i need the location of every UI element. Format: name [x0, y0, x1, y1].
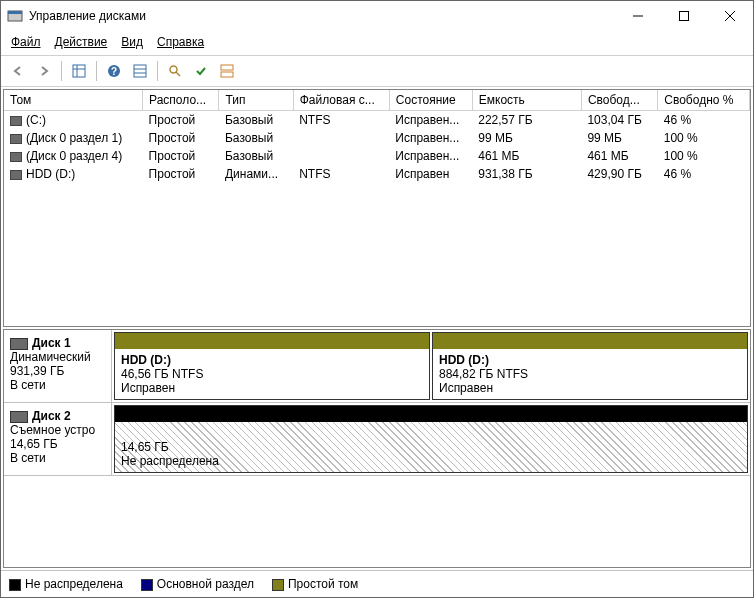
- cell: 222,57 ГБ: [472, 111, 581, 130]
- cell: 46 %: [658, 165, 750, 183]
- menu-file[interactable]: Файл: [11, 35, 41, 49]
- volume-icon: [10, 116, 22, 126]
- cell: 46 %: [658, 111, 750, 130]
- cell: 931,38 ГБ: [472, 165, 581, 183]
- cell: NTFS: [293, 165, 389, 183]
- partition-body: HDD (D:)884,82 ГБ NTFSИсправен: [433, 349, 747, 399]
- legend-swatch: [9, 579, 21, 591]
- partition[interactable]: HDD (D:)884,82 ГБ NTFSИсправен: [432, 332, 748, 400]
- disk-management-window: Управление дисками Файл Действие Вид Спр…: [0, 0, 754, 598]
- svg-line-15: [176, 72, 180, 76]
- view-layout-button[interactable]: [216, 60, 238, 82]
- disk-diagram-pane[interactable]: Диск 1Динамический931,39 ГБВ сетиHDD (D:…: [3, 329, 751, 568]
- view-list-button[interactable]: [129, 60, 151, 82]
- cell: (Диск 0 раздел 4): [4, 147, 143, 165]
- volume-list-pane[interactable]: ТомРасполо...ТипФайловая с...СостояниеЕм…: [3, 89, 751, 327]
- cell: 103,04 ГБ: [581, 111, 657, 130]
- disk-info[interactable]: Диск 2Съемное устро14,65 ГБВ сети: [4, 403, 112, 475]
- partition-header: [115, 406, 747, 422]
- view-grid-button[interactable]: [68, 60, 90, 82]
- partition[interactable]: HDD (D:)46,56 ГБ NTFSИсправен: [114, 332, 430, 400]
- cell: (Диск 0 раздел 1): [4, 129, 143, 147]
- cell: 429,90 ГБ: [581, 165, 657, 183]
- legend-swatch: [141, 579, 153, 591]
- cell: Исправен...: [389, 147, 472, 165]
- legend-swatch: [272, 579, 284, 591]
- volume-icon: [10, 170, 22, 180]
- disk-icon: [10, 338, 28, 350]
- forward-button[interactable]: [33, 60, 55, 82]
- cell: Базовый: [219, 111, 293, 130]
- legend-item: Основной раздел: [141, 577, 254, 591]
- menu-help[interactable]: Справка: [157, 35, 204, 49]
- cell: (C:): [4, 111, 143, 130]
- disk-icon: [10, 411, 28, 423]
- column-header[interactable]: Емкость: [472, 90, 581, 111]
- cell: Исправен...: [389, 129, 472, 147]
- partition[interactable]: 14,65 ГБНе распределена: [114, 405, 748, 473]
- svg-rect-1: [8, 11, 22, 14]
- volume-icon: [10, 134, 22, 144]
- help-button[interactable]: ?: [103, 60, 125, 82]
- cell: Исправен...: [389, 111, 472, 130]
- svg-rect-11: [134, 65, 146, 77]
- close-button[interactable]: [707, 1, 753, 31]
- cell: Простой: [143, 129, 219, 147]
- cell: HDD (D:): [4, 165, 143, 183]
- cell: 100 %: [658, 129, 750, 147]
- volume-row[interactable]: (Диск 0 раздел 1)ПростойБазовыйИсправен.…: [4, 129, 750, 147]
- column-header[interactable]: Располо...: [143, 90, 219, 111]
- cell: Исправен: [389, 165, 472, 183]
- column-header[interactable]: Свобод...: [581, 90, 657, 111]
- partition-body: HDD (D:)46,56 ГБ NTFSИсправен: [115, 349, 429, 399]
- window-title: Управление дисками: [29, 9, 146, 23]
- find-button[interactable]: [164, 60, 186, 82]
- cell: 461 МБ: [472, 147, 581, 165]
- maximize-button[interactable]: [661, 1, 707, 31]
- cell: [293, 129, 389, 147]
- volume-row[interactable]: (Диск 0 раздел 4)ПростойБазовыйИсправен.…: [4, 147, 750, 165]
- partition-body: 14,65 ГБНе распределена: [115, 422, 747, 472]
- disk-row: Диск 2Съемное устро14,65 ГБВ сети 14,65 …: [4, 403, 750, 476]
- menubar: Файл Действие Вид Справка: [1, 31, 753, 56]
- legend-item: Не распределена: [9, 577, 123, 591]
- menu-action[interactable]: Действие: [55, 35, 108, 49]
- svg-rect-3: [680, 12, 689, 21]
- svg-text:?: ?: [111, 66, 117, 77]
- svg-point-14: [170, 66, 177, 73]
- minimize-button[interactable]: [615, 1, 661, 31]
- disk-row: Диск 1Динамический931,39 ГБВ сетиHDD (D:…: [4, 330, 750, 403]
- cell: Простой: [143, 111, 219, 130]
- partition-header: [115, 333, 429, 349]
- apply-button[interactable]: [190, 60, 212, 82]
- cell: Базовый: [219, 129, 293, 147]
- svg-rect-6: [73, 65, 85, 77]
- toolbar: ?: [1, 56, 753, 87]
- legend-item: Простой том: [272, 577, 358, 591]
- cell: 99 МБ: [472, 129, 581, 147]
- svg-rect-16: [221, 65, 233, 70]
- legend: Не распределенаОсновной разделПростой то…: [1, 570, 753, 597]
- column-header[interactable]: Том: [4, 90, 143, 111]
- cell: 100 %: [658, 147, 750, 165]
- menu-view[interactable]: Вид: [121, 35, 143, 49]
- cell: Простой: [143, 147, 219, 165]
- column-header[interactable]: Состояние: [389, 90, 472, 111]
- column-header[interactable]: Файловая с...: [293, 90, 389, 111]
- titlebar[interactable]: Управление дисками: [1, 1, 753, 31]
- cell: Динами...: [219, 165, 293, 183]
- cell: Базовый: [219, 147, 293, 165]
- volume-icon: [10, 152, 22, 162]
- column-header[interactable]: Свободно %: [658, 90, 750, 111]
- app-icon: [7, 8, 23, 24]
- cell: 461 МБ: [581, 147, 657, 165]
- disk-info[interactable]: Диск 1Динамический931,39 ГБВ сети: [4, 330, 112, 402]
- svg-rect-17: [221, 72, 233, 77]
- volume-row[interactable]: (C:)ПростойБазовыйNTFSИсправен...222,57 …: [4, 111, 750, 130]
- back-button[interactable]: [7, 60, 29, 82]
- cell: NTFS: [293, 111, 389, 130]
- volume-row[interactable]: HDD (D:)ПростойДинами...NTFSИсправен931,…: [4, 165, 750, 183]
- partition-header: [433, 333, 747, 349]
- cell: [293, 147, 389, 165]
- column-header[interactable]: Тип: [219, 90, 293, 111]
